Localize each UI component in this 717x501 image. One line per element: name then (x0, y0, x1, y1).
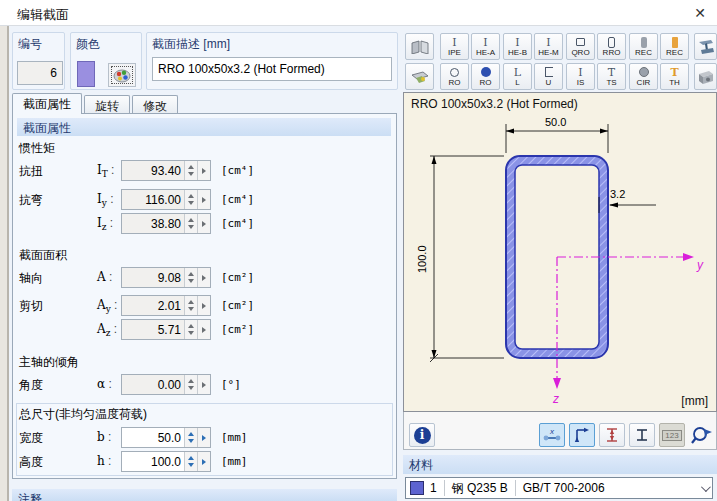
toolbar-th-button[interactable]: TH (660, 63, 689, 90)
expand-button[interactable] (197, 161, 210, 180)
spinner[interactable] (184, 190, 197, 209)
square-hollow-icon (576, 37, 585, 48)
steel-3d-section-button[interactable] (694, 33, 717, 60)
info-button[interactable]: i (409, 423, 435, 447)
info-icon: i (414, 427, 431, 444)
expand-button[interactable] (197, 428, 210, 447)
row-axial-area: 轴向 A 9.08 [cm²] (13, 267, 393, 289)
circle-hollow-icon (450, 67, 459, 78)
i-section-icon (578, 67, 582, 78)
toolbar-l-button[interactable]: L (503, 63, 532, 90)
angle-section-icon (514, 67, 521, 78)
solid-3d-section-button[interactable] (694, 63, 717, 90)
svg-text:z: z (552, 392, 559, 406)
material-color-swatch (410, 481, 424, 495)
spinner[interactable] (184, 452, 197, 471)
svg-text:50.0: 50.0 (545, 116, 566, 128)
toolbar-rro-button[interactable]: RRO (597, 33, 626, 60)
section-color-swatch[interactable] (77, 61, 95, 87)
row-height: 高度 h 100.0 [mm] (13, 451, 393, 473)
spinner[interactable] (184, 320, 197, 339)
toolbar-heb-button[interactable]: HE-B (503, 33, 532, 60)
width-field[interactable]: 50.0 (121, 427, 211, 448)
spinner[interactable] (184, 428, 197, 447)
row-symbol: h (97, 454, 111, 470)
rect-hollow-icon (608, 37, 615, 48)
toolbar-ts-button[interactable]: TS (597, 63, 626, 90)
value-field[interactable]: 0.00 (121, 374, 211, 395)
expand-button[interactable] (197, 214, 210, 233)
expand-button[interactable] (197, 190, 210, 209)
steel-beam-3d-icon (697, 38, 715, 56)
tab-strip: 截面属性 旋转 修改 (12, 93, 180, 114)
close-icon[interactable] (690, 3, 710, 23)
toolbar-ipe-button[interactable]: IPE (440, 33, 469, 60)
height-field[interactable]: 100.0 (121, 451, 211, 472)
toolbar-ro-hollow-button[interactable]: RO (440, 63, 469, 90)
expand-button[interactable] (197, 268, 210, 287)
row-symbol: α (97, 377, 112, 393)
group-header: 截面属性 (17, 118, 391, 136)
row-symbol: Iy (97, 192, 114, 208)
expand-button[interactable] (197, 375, 210, 394)
material-select[interactable]: 1 钢 Q235 B GB/T 700-2006 (405, 477, 713, 499)
color-picker-button[interactable] (108, 63, 136, 87)
toolbar-u-button[interactable]: U (534, 63, 563, 90)
row-unit: [mm] (221, 455, 248, 468)
view-toolbar: i x (403, 412, 717, 450)
expand-button[interactable] (197, 452, 210, 471)
value-field[interactable]: 38.80 (121, 213, 211, 234)
row-symbol: Iz (97, 216, 113, 232)
number-label: 编号 (18, 36, 42, 53)
toolbar-rec-button[interactable]: REC (629, 33, 658, 60)
background-window-edge (0, 26, 9, 501)
spinner[interactable] (184, 214, 197, 233)
row-unit: [°] (221, 378, 241, 391)
numbers-icon: 123 (662, 430, 681, 441)
axes-arrows-icon (573, 426, 591, 444)
show-local-x-button[interactable]: x (539, 423, 565, 447)
dimensioning-icon (604, 426, 620, 444)
row-unit: [mm] (221, 431, 248, 444)
expand-button[interactable] (197, 296, 210, 315)
area-header: 截面面积 (19, 247, 67, 264)
expand-button[interactable] (197, 320, 210, 339)
user-defined-section-button[interactable] (405, 63, 434, 90)
divider (515, 480, 516, 496)
row-symbol: A (97, 270, 112, 286)
toolbar-hea-button[interactable]: HE-A (471, 33, 500, 60)
value-field[interactable]: 9.08 (121, 267, 211, 288)
spinner[interactable] (184, 161, 197, 180)
right-panel: IPE HE-A HE-B HE-M QRO RRO REC REC (403, 26, 717, 501)
value-field[interactable]: 93.40 (121, 160, 211, 181)
tab-modify[interactable]: 修改 (132, 95, 178, 114)
toolbar-ro-solid-button[interactable]: RO (471, 63, 500, 90)
spinner[interactable] (184, 375, 197, 394)
spinner[interactable] (184, 296, 197, 315)
toolbar-hem-button[interactable]: HE-M (534, 33, 563, 60)
left-panel: 编号 颜色 截面描述 [mm] 截面属性 旋转 修改 截面属性 惯性矩 抗扭 (10, 26, 399, 501)
i-section-icon (546, 37, 550, 48)
toolbar-is-button[interactable]: IS (566, 63, 595, 90)
toolbar-qro-button[interactable]: QRO (566, 33, 595, 60)
show-section-outline-button[interactable] (629, 423, 655, 447)
tab-section-properties[interactable]: 截面属性 (12, 93, 82, 114)
toolbar-cir-button[interactable]: CIR (629, 63, 658, 90)
toolbar-rec-timber-button[interactable]: REC (660, 33, 689, 60)
value-field[interactable]: 2.01 (121, 295, 211, 316)
section-number-field[interactable] (17, 61, 63, 85)
value-field[interactable]: 116.00 (121, 189, 211, 210)
row-unit: [cm²] (221, 323, 254, 336)
spinner[interactable] (184, 268, 197, 287)
zoom-pointer-button[interactable] (689, 423, 715, 447)
row-unit: [cm²] (221, 299, 254, 312)
show-axes-button[interactable] (569, 423, 595, 447)
section-library-button[interactable] (405, 33, 434, 60)
tab-rotation[interactable]: 旋转 (84, 95, 130, 114)
row-symbol: Az (97, 322, 117, 338)
show-numbering-button[interactable]: 123 (659, 423, 685, 447)
row-shear-z: Az 5.71 [cm²] (13, 319, 393, 341)
value-field[interactable]: 5.71 (121, 319, 211, 340)
show-dimensions-button[interactable] (599, 423, 625, 447)
section-description-input[interactable] (152, 57, 392, 81)
